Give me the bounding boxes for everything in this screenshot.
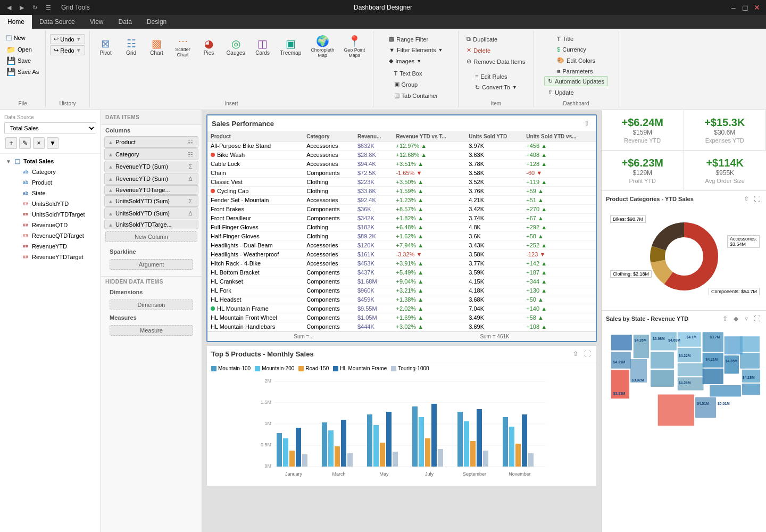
unitsytd2-sigma[interactable]: Δ (186, 209, 195, 218)
add-datasource-btn[interactable]: + (5, 137, 17, 149)
donut-export-btn[interactable]: ⇧ (742, 194, 751, 204)
edit-colors-btn[interactable]: 🎨 Edit Colors (553, 55, 599, 65)
open-btn[interactable]: 📁 Open (4, 44, 34, 55)
tree-item-revqtd[interactable]: ## RevenueQTD (11, 220, 98, 230)
table-row[interactable]: Front Brakes Components $36K +8.57% ▲ 3.… (207, 205, 596, 214)
geo-point-btn[interactable]: 📍 Geo PointMaps (340, 33, 369, 61)
title-btn[interactable]: T Title (553, 34, 599, 44)
pivot-btn[interactable]: ⊠ Pivot (94, 36, 118, 59)
group-btn[interactable]: ▣ Group (390, 79, 442, 89)
table-row[interactable]: Half-Finger Gloves Clothing $89.2K +1.62… (207, 232, 596, 241)
table-row[interactable]: Bike Wash Accessories $28.8K +12.68% ▲ 3… (207, 151, 596, 160)
table-row[interactable]: Fender Set - Mountain Accessories $92.4K… (207, 196, 596, 205)
col-product[interactable]: Product (207, 132, 303, 142)
refresh-btn[interactable]: ↻ (30, 3, 40, 12)
undo-btn[interactable]: ↩ Undo ▼ (50, 34, 85, 44)
map-filter-btn[interactable]: ▿ (742, 314, 751, 323)
measure-btn[interactable]: Measure (110, 325, 193, 336)
table-row[interactable]: Cable Lock Accessories $94.4K +3.51% ▲ 3… (207, 160, 596, 169)
delete-datasource-btn[interactable]: × (33, 137, 45, 149)
images-btn[interactable]: ◆ Images ▼ (385, 56, 446, 66)
bar-export-btn[interactable]: ⇧ (571, 349, 580, 359)
table-row[interactable]: HL Headset Components $459K +1.38% ▲ 3.6… (207, 295, 596, 304)
save-as-btn[interactable]: 💾 Save As (4, 66, 41, 77)
tree-item-revytdtarget[interactable]: ## RevenueYTDTarget (11, 252, 98, 262)
filter-datasource-btn[interactable]: ▼ (47, 137, 59, 149)
currency-btn[interactable]: $ Currency (553, 45, 599, 54)
tree-item-revytd[interactable]: ## RevenueYTD (11, 241, 98, 252)
tree-root[interactable]: ▼ ▢ Total Sales (2, 156, 98, 167)
tree-item-revqtdtarget[interactable]: ## RevenueQTDTarget (11, 230, 98, 241)
table-row[interactable]: All-Purpose Bike Stand Accessories $632K… (207, 142, 596, 151)
col-revenue[interactable]: Revenu... (354, 132, 393, 142)
menu-btn[interactable]: ☰ (43, 3, 54, 12)
remove-data-items-btn[interactable]: ⊘ Remove Data Items (463, 56, 529, 66)
revytd2-sigma[interactable]: Δ (186, 174, 195, 183)
map-expand-btn[interactable]: ⛶ (752, 314, 762, 323)
category-sort-icon[interactable]: ☷ (186, 150, 195, 159)
table-row[interactable]: Hitch Rack - 4-Bike Accessories $453K +3… (207, 259, 596, 268)
col-ytd-vs-t[interactable]: Revenue YTD vs T... (393, 132, 466, 142)
filter-elements-btn[interactable]: ▼ Filter Elements ▼ (385, 45, 446, 55)
map-diamond-btn[interactable]: ◆ (731, 314, 740, 323)
table-row[interactable]: HL Mountain Frame Components $9.55M +2.0… (207, 304, 596, 313)
duplicate-btn[interactable]: ⧉ Duplicate (463, 34, 529, 44)
table-row[interactable]: HL Bottom Bracket Components $437K +5.49… (207, 268, 596, 277)
convert-to-btn[interactable]: ↻ Convert To ▼ (471, 82, 521, 93)
donut-expand-btn[interactable]: ⛶ (752, 194, 762, 204)
bar-expand-btn[interactable]: ⛶ (582, 349, 592, 359)
col-units-ytd[interactable]: Units Sold YTD (465, 132, 523, 142)
table-row[interactable]: HL Mountain Handlebars Components $444K … (207, 322, 596, 331)
table-row[interactable]: HL Crankset Components $1.68M +9.04% ▲ 4… (207, 277, 596, 286)
chart-btn[interactable]: ▩ Chart (145, 36, 169, 59)
treemap-btn[interactable]: ▣ Treemap (277, 36, 305, 59)
data-item-product[interactable]: ▲ Product ☷ (104, 136, 198, 148)
table-wrapper[interactable]: Product Category Revenu... Revenue YTD v… (207, 132, 596, 331)
update-btn[interactable]: ⇧ Update (544, 87, 608, 97)
delete-btn[interactable]: ✕ Delete (463, 45, 529, 55)
table-row[interactable]: Headlights - Weatherproof Accessories $1… (207, 250, 596, 259)
save-btn[interactable]: 💾 Save (4, 55, 33, 66)
scatter-chart-btn[interactable]: ⋯ ScatterChart (171, 34, 195, 60)
new-column-btn[interactable]: New Column (105, 231, 197, 242)
data-item-revytdtarget[interactable]: ▲ RevenueYTDTarge... (104, 185, 198, 195)
data-item-unitsytd1[interactable]: ▲ UnitsSoldYTD (Sum) Σ (104, 195, 198, 207)
unitsytd1-sigma[interactable]: Σ (186, 197, 195, 205)
table-row[interactable]: Front Derailleur Components $342K +1.82%… (207, 214, 596, 223)
edit-datasource-btn[interactable]: ✎ (19, 137, 31, 149)
export-btn[interactable]: ⇧ (582, 119, 592, 128)
restore-btn[interactable]: ◻ (740, 3, 750, 12)
map-export-btn[interactable]: ⇧ (720, 314, 730, 323)
table-row[interactable]: Chain Components $72.5K -1.65% ▼ 3.58K -… (207, 169, 596, 178)
table-row[interactable]: Classic Vest Clothing $223K +3.50% ▲ 3.5… (207, 178, 596, 187)
datasource-select[interactable]: Total Sales (4, 122, 96, 134)
dimension-btn[interactable]: Dimension (110, 300, 193, 310)
choropleth-btn[interactable]: 🌍 ChoroplethMap (307, 33, 338, 61)
close-btn[interactable]: ✕ (752, 3, 762, 12)
back-btn[interactable]: ◀ (4, 3, 14, 12)
tab-home[interactable]: Home (0, 15, 32, 29)
data-item-revytd1[interactable]: ▲ RevenueYTD (Sum) Σ (104, 161, 198, 172)
tree-item-product[interactable]: ab Product (11, 177, 98, 188)
data-item-revytd2[interactable]: ▲ RevenueYTD (Sum) Δ (104, 173, 198, 185)
tab-data[interactable]: Data (111, 15, 139, 29)
text-box-btn[interactable]: T Text Box (390, 69, 442, 78)
gauges-btn[interactable]: ◎ Gauges (223, 36, 249, 59)
data-item-unitstarget[interactable]: ▲ UnitsSoldYTDTarge... (104, 220, 198, 229)
table-row[interactable]: Headlights - Dual-Beam Accessories $120K… (207, 241, 596, 250)
grid-btn[interactable]: ☷ Grid (120, 36, 143, 59)
table-row[interactable]: HL Fork Components $960K +3.21% ▲ 4.18K … (207, 286, 596, 295)
range-filter-btn[interactable]: ▩ Range Filter (385, 34, 446, 44)
auto-updates-btn[interactable]: ↻ Automatic Updates (544, 76, 608, 86)
forward-btn[interactable]: ▶ (17, 3, 27, 12)
edit-rules-btn[interactable]: ≡ Edit Rules (471, 72, 521, 81)
new-btn[interactable]: □ New (4, 32, 28, 44)
col-units-vs[interactable]: Units Sold YTD vs... (523, 132, 596, 142)
tree-item-unitstarget[interactable]: ## UnitsSoldYTDTarget (11, 209, 98, 220)
col-category[interactable]: Category (303, 132, 354, 142)
tab-datasource[interactable]: Data Source (32, 15, 82, 29)
argument-btn[interactable]: Argument (110, 259, 193, 270)
data-item-unitsytd2[interactable]: ▲ UnitsSoldYTD (Sum) Δ (104, 207, 198, 219)
redo-btn[interactable]: ↪ Redo ▼ (50, 45, 85, 55)
minimize-btn[interactable]: – (729, 3, 738, 12)
